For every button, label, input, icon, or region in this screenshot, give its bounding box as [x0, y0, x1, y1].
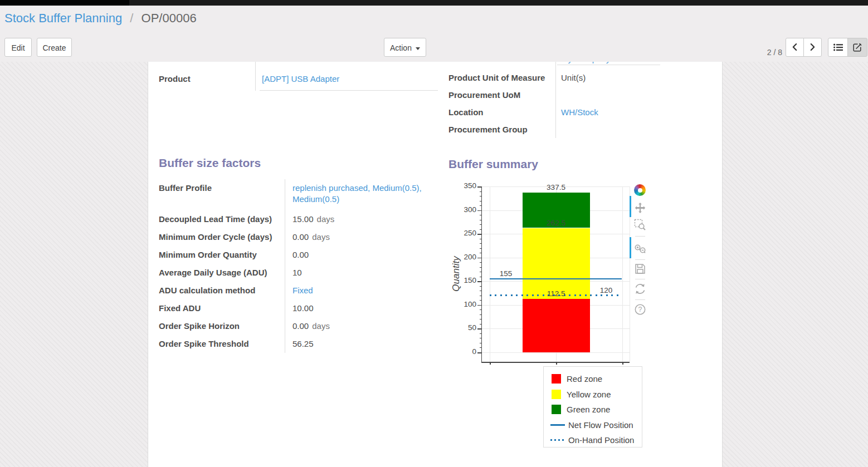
- chart-y-axis-title: Quantity: [451, 239, 463, 308]
- form-edit-icon: [853, 43, 862, 52]
- legend-label: Red zone: [567, 374, 602, 384]
- table-row: Average Daily Usage (ADU) 10: [159, 264, 440, 282]
- table-row: Buffer Profile replenish purchased, Medi…: [159, 179, 440, 210]
- zoom-in-out-icon[interactable]: [634, 243, 646, 255]
- moq-label: Minimum Order Quantity: [159, 246, 285, 264]
- red-zone-swatch: [552, 374, 561, 384]
- table-row: Decoupled Lead Time (days) 15.00days: [159, 210, 440, 228]
- chevron-left-icon: [792, 43, 797, 51]
- y-axis-tick-label: 200: [455, 253, 476, 261]
- plotly-logo-icon[interactable]: [634, 184, 646, 196]
- chart-value-label: 337.5: [538, 183, 574, 191]
- chevron-right-icon: [810, 43, 815, 51]
- legend-label: Green zone: [567, 405, 610, 414]
- fixed-adu-value: 10.00: [292, 303, 314, 313]
- table-row: Order Spike Horizon 0.00days: [159, 317, 440, 335]
- procurement-uom-field-label: Procurement UoM: [448, 86, 553, 104]
- pager-counter: 2 / 8: [758, 43, 782, 62]
- yellow-zone-bar[interactable]: [523, 228, 590, 299]
- spike-horizon-label: Order Spike Horizon: [159, 317, 285, 335]
- breadcrumb: Stock Buffer Planning / OP/00006: [4, 11, 197, 26]
- app-window: Stock Buffer Planning / OP/00006 Edit Cr…: [0, 0, 868, 467]
- buffer-profile-value-link[interactable]: replenish purchased, Medium(0.5), Medium…: [292, 183, 422, 204]
- adu-label: Average Daily Usage (ADU): [159, 264, 285, 282]
- pager-next-button[interactable]: [803, 38, 822, 57]
- spike-horizon-value: 0.00: [292, 321, 309, 331]
- y-axis-tick-label: 100: [455, 300, 476, 308]
- chevron-down-icon: [416, 47, 420, 50]
- chart-legend: Red zone Yellow zone Green zone Net Flow…: [543, 366, 642, 448]
- breadcrumb-separator: /: [130, 11, 133, 25]
- red-zone-bar[interactable]: [523, 299, 590, 352]
- dlt-suffix: days: [317, 214, 335, 224]
- y-axis-tick-label: 250: [455, 229, 476, 237]
- product-field-label: Product: [159, 67, 253, 91]
- box-zoom-icon[interactable]: [634, 219, 646, 231]
- action-dropdown-button[interactable]: Action: [384, 38, 426, 57]
- adu-method-label: ADU calculation method: [159, 282, 285, 299]
- moc-suffix: days: [312, 232, 330, 242]
- list-view-switch-button[interactable]: [828, 38, 848, 57]
- pan-icon[interactable]: [634, 202, 646, 214]
- list-view-icon: [833, 43, 843, 51]
- spike-threshold-label: Order Spike Threshold: [159, 335, 285, 353]
- location-field-value-link[interactable]: WH/Stock: [561, 104, 598, 121]
- table-row: ADU calculation method Fixed: [159, 282, 440, 299]
- chart-value-label: 120: [588, 286, 624, 294]
- save-icon[interactable]: [634, 263, 646, 275]
- y-axis-tick-label: 50: [455, 323, 476, 332]
- reset-axes-icon[interactable]: [634, 283, 646, 295]
- top-navbar-segment: [0, 0, 129, 6]
- table-row: Fixed ADU 10.00: [159, 299, 440, 317]
- modebar-separator: [635, 279, 645, 279]
- y-axis-tick-label: 300: [455, 205, 476, 214]
- y-axis-tick-label: 150: [455, 276, 476, 284]
- legend-item-green-zone[interactable]: Green zone: [552, 402, 642, 417]
- legend-label: On-Hand Position: [568, 435, 634, 445]
- section-title-buffer-size-factors: Buffer size factors: [159, 156, 261, 170]
- x-axis-line: [481, 362, 630, 363]
- svg-text:?: ?: [638, 306, 642, 313]
- uom-field-value: Unit(s): [561, 69, 586, 86]
- field-underline: [260, 90, 438, 91]
- net-flow-line-swatch: [550, 424, 565, 426]
- section-title-buffer-summary: Buffer summary: [448, 158, 538, 171]
- net-flow-position-line[interactable]: [490, 278, 622, 280]
- form-view-switch-button[interactable]: [847, 38, 867, 57]
- yellow-zone-swatch: [552, 390, 561, 399]
- uom-field-label: Product Unit of Measure: [448, 69, 553, 86]
- legend-item-net-flow[interactable]: Net Flow Position: [552, 417, 642, 433]
- spike-threshold-value: 56.25: [292, 339, 314, 348]
- modebar-active-indicator: [630, 237, 631, 258]
- help-icon[interactable]: ?: [634, 303, 646, 316]
- green-zone-swatch: [552, 405, 561, 414]
- modebar-separator: [635, 259, 645, 260]
- legend-label: Net Flow Position: [568, 420, 633, 430]
- y-axis-line: [481, 186, 482, 362]
- modebar-separator: [635, 299, 645, 300]
- modebar-separator: [635, 236, 645, 237]
- legend-item-on-hand[interactable]: On-Hand Position: [552, 432, 642, 448]
- legend-item-yellow-zone[interactable]: Yellow zone: [552, 387, 642, 402]
- adu-method-value-link[interactable]: Fixed: [292, 286, 313, 295]
- table-row: Minimum Order Cycle (days) 0.00days: [159, 228, 440, 246]
- spike-horizon-suffix: days: [312, 321, 330, 331]
- fixed-adu-label: Fixed ADU: [159, 299, 285, 317]
- moc-value: 0.00: [292, 232, 309, 242]
- column-separator: [255, 62, 256, 91]
- chart-value-label: 155: [488, 269, 524, 278]
- buffer-factors-table: Buffer Profile replenish purchased, Medi…: [159, 179, 440, 353]
- y-axis-tick-label: 0: [455, 347, 476, 356]
- action-label: Action: [390, 43, 412, 52]
- column-separator: [555, 62, 556, 138]
- legend-label: Yellow zone: [567, 390, 611, 399]
- create-button[interactable]: Create: [37, 38, 72, 57]
- legend-item-red-zone[interactable]: Red zone: [552, 371, 642, 387]
- edit-button[interactable]: Edit: [4, 38, 32, 57]
- product-field-value-link[interactable]: [ADPT] USB Adapter: [262, 67, 339, 91]
- breadcrumb-parent-link[interactable]: Stock Buffer Planning: [4, 11, 122, 25]
- on-hand-line-swatch: [550, 439, 565, 441]
- moc-label: Minimum Order Cycle (days): [159, 228, 285, 246]
- pager-previous-button[interactable]: [786, 38, 804, 57]
- dlt-value: 15.00: [292, 214, 314, 224]
